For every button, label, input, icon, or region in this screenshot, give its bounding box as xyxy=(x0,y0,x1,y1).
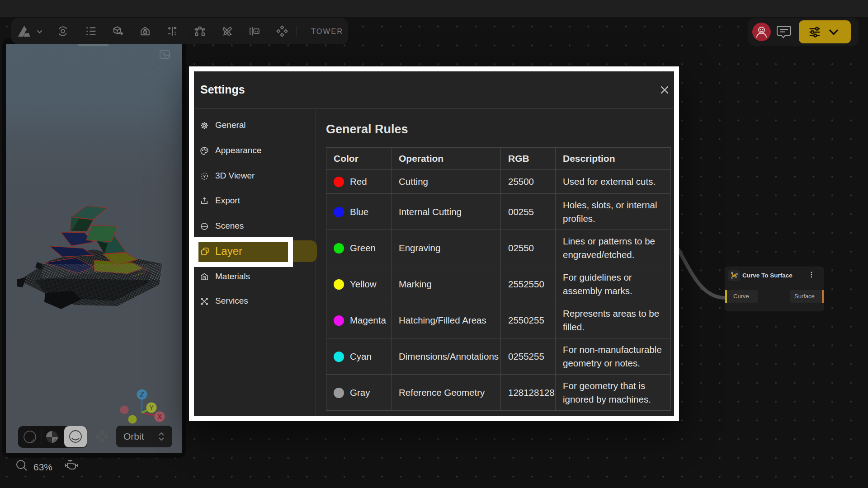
svg-text:Y: Y xyxy=(149,404,154,412)
svg-text:Z: Z xyxy=(140,391,144,399)
svg-text:X: X xyxy=(157,413,162,421)
